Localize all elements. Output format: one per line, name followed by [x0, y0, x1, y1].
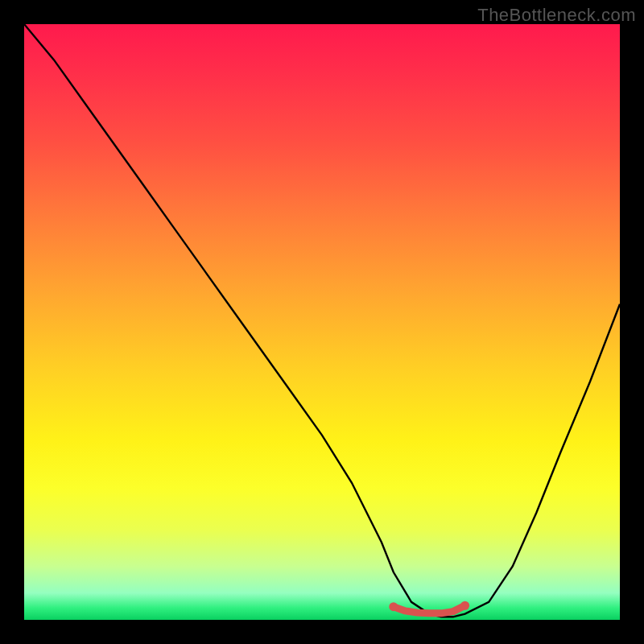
optimal-range-marker-path: [394, 605, 465, 613]
plot-area: [24, 24, 620, 620]
chart-stage: TheBottleneck.com: [0, 0, 644, 644]
curve-overlay: [24, 24, 620, 620]
watermark-text: TheBottleneck.com: [477, 5, 636, 26]
optimal-range-start-dot: [389, 602, 398, 611]
optimal-range-end-dot: [460, 601, 469, 610]
bottleneck-curve-path: [24, 24, 620, 617]
